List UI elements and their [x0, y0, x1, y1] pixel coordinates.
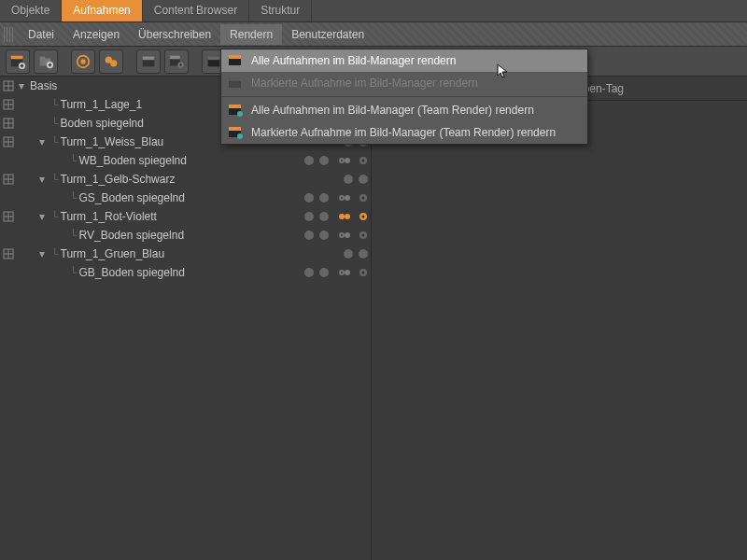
gear-tag-icon[interactable]	[356, 265, 371, 280]
gear-tag-icon[interactable]	[337, 190, 352, 205]
svg-point-36	[341, 160, 343, 161]
dd-render-selected: Markierte Aufnahme im Bild-Manager rende…	[221, 72, 587, 94]
tab-content-browser[interactable]: Content Browser	[143, 0, 249, 21]
svg-point-59	[345, 270, 350, 275]
dd-render-selected-team[interactable]: Markierte Aufnahme im Bild-Manager (Team…	[221, 121, 587, 144]
gear-tag-icon[interactable]	[356, 190, 371, 205]
svg-point-48	[345, 214, 350, 219]
top-tabs: Objekte Aufnahmen Content Browser Strukt…	[0, 0, 747, 22]
tree-label: Turm_1_Weiss_Blau	[61, 135, 164, 148]
clapper-disabled-icon	[227, 75, 244, 91]
state-dot-icon[interactable]	[304, 156, 314, 165]
visibility-icon[interactable]	[2, 117, 15, 130]
tree-row[interactable]: └WB_Boden spiegelnd	[0, 151, 371, 170]
tree-row[interactable]: ▾└Turm_1_Rot-Violett	[0, 207, 371, 226]
svg-point-50	[362, 216, 365, 218]
svg-rect-17	[208, 56, 220, 60]
toolbar-clapper-icon[interactable]	[136, 49, 161, 74]
svg-rect-24	[229, 77, 241, 81]
gear-tag-orange-icon[interactable]	[337, 209, 352, 224]
collapse-icon[interactable]: ▾	[39, 173, 49, 186]
svg-rect-23	[229, 80, 241, 88]
svg-rect-16	[208, 59, 220, 66]
gear-tag-icon[interactable]	[337, 228, 352, 243]
grip-icon	[4, 27, 13, 42]
dd-label: Markierte Aufnahme im Bild-Manager rende…	[251, 77, 478, 90]
toolbar-clapper-add-icon[interactable]	[6, 49, 30, 74]
toolbar-target-icon[interactable]	[71, 49, 95, 74]
tree-label: Basis	[30, 79, 57, 92]
svg-point-7	[80, 59, 85, 63]
visibility-icon[interactable]	[2, 135, 15, 148]
svg-point-42	[341, 197, 343, 199]
menu-benutzerdaten[interactable]: Benutzerdaten	[282, 24, 374, 45]
gear-tag-icon[interactable]	[356, 228, 371, 243]
visibility-icon[interactable]	[2, 173, 15, 186]
svg-rect-21	[229, 58, 241, 65]
visibility-icon[interactable]	[2, 247, 15, 260]
gear-tag-orange-icon[interactable]	[356, 209, 371, 224]
tree-row[interactable]: └GS_Boden spiegelnd	[0, 189, 371, 207]
visibility-icon[interactable]	[2, 210, 15, 223]
visibility-icon[interactable]	[2, 79, 15, 92]
state-dot-icon[interactable]	[304, 212, 314, 221]
tree-label: Turm_1_Lage_1	[61, 98, 143, 111]
tab-struktur[interactable]: Struktur	[249, 0, 312, 21]
dd-label: Markierte Aufnahme im Bild-Manager (Team…	[251, 126, 556, 139]
collapse-icon[interactable]: ▾	[19, 79, 28, 92]
svg-point-30	[237, 133, 243, 139]
svg-point-15	[179, 63, 182, 66]
toolbar-blobs-icon[interactable]	[99, 49, 123, 74]
svg-point-39	[362, 160, 365, 162]
svg-rect-10	[143, 59, 155, 66]
gear-tag-icon[interactable]	[356, 153, 371, 168]
svg-point-61	[362, 272, 365, 274]
state-dot-icon[interactable]	[344, 175, 353, 184]
menu-rendern[interactable]: Rendern	[220, 24, 282, 45]
collapse-icon[interactable]: ▾	[39, 247, 49, 260]
toolbar-clapper-gear-icon[interactable]	[164, 49, 189, 74]
dd-render-all[interactable]: Alle Aufnahmen im Bild-Manager rendern	[221, 49, 587, 72]
menu-anzeigen[interactable]: Anzeigen	[63, 24, 129, 45]
state-dot-icon[interactable]	[319, 193, 329, 203]
menubar: Datei Anzeigen Überschreiben Rendern Ben…	[0, 22, 747, 47]
state-dot-icon[interactable]	[319, 231, 329, 240]
visibility-icon[interactable]	[2, 98, 15, 111]
svg-point-37	[345, 158, 350, 163]
state-dot-icon[interactable]	[344, 249, 353, 259]
svg-point-43	[345, 195, 350, 201]
svg-rect-22	[229, 55, 241, 59]
tree-label: RV_Boden spiegelnd	[79, 229, 185, 242]
state-dot-icon[interactable]	[319, 212, 329, 221]
menu-datei[interactable]: Datei	[19, 24, 63, 45]
state-dot-icon[interactable]	[359, 249, 368, 259]
state-dot-icon[interactable]	[359, 175, 368, 184]
tree-label: Turm_1_Gelb-Schwarz	[61, 173, 176, 186]
state-dot-icon[interactable]	[319, 268, 329, 277]
dd-label: Alle Aufnahmen im Bild-Manager (Team Ren…	[251, 104, 534, 117]
svg-point-9	[110, 60, 117, 66]
tree-row[interactable]: └RV_Boden spiegelnd	[0, 226, 371, 245]
state-dot-icon[interactable]	[304, 193, 314, 203]
tree-row[interactable]: ▾└Turm_1_Gelb-Schwarz	[0, 170, 371, 189]
menu-ueberschreiben[interactable]: Überschreiben	[129, 24, 220, 45]
svg-rect-13	[170, 55, 180, 59]
tab-objekte[interactable]: Objekte	[0, 0, 62, 21]
gear-tag-icon[interactable]	[337, 265, 352, 280]
collapse-icon[interactable]: ▾	[39, 210, 49, 223]
svg-point-52	[341, 234, 343, 236]
svg-point-45	[362, 197, 365, 200]
dd-render-all-team[interactable]: Alle Aufnahmen im Bild-Manager (Team Ren…	[221, 99, 587, 121]
gear-tag-icon[interactable]	[337, 153, 352, 168]
collapse-icon[interactable]: ▾	[39, 135, 49, 148]
state-dot-icon[interactable]	[304, 231, 314, 240]
svg-rect-1	[11, 55, 23, 59]
tree-row[interactable]: └GB_Boden spiegelnd	[0, 263, 371, 282]
svg-point-27	[237, 111, 243, 117]
state-dot-icon[interactable]	[319, 156, 329, 165]
tree-row[interactable]: ▾└Turm_1_Gruen_Blau	[0, 245, 371, 263]
tab-aufnahmen[interactable]: Aufnahmen	[62, 0, 142, 21]
tree-label: WB_Boden spiegelnd	[79, 154, 187, 167]
toolbar-folder-add-icon[interactable]	[34, 49, 58, 74]
state-dot-icon[interactable]	[304, 268, 314, 277]
